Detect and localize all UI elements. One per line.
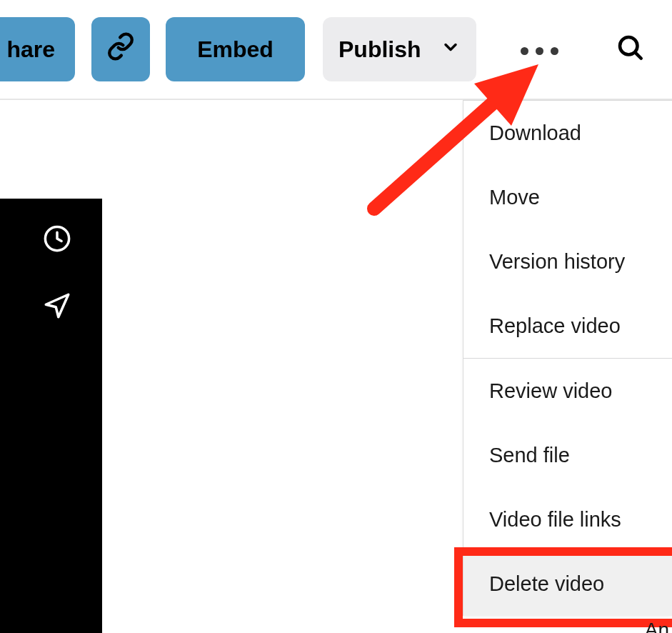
embed-button[interactable]: Embed — [166, 17, 305, 81]
menu-item-video-file-links[interactable]: Video file links — [463, 487, 672, 552]
menu-group-1: Download Move Version history Replace vi… — [463, 101, 672, 359]
menu-item-delete-video[interactable]: Delete video — [463, 552, 672, 616]
publish-label: Publish — [338, 36, 421, 63]
menu-item-label: Delete video — [489, 572, 604, 596]
more-icon — [521, 47, 558, 55]
menu-item-label: Move — [489, 186, 540, 209]
menu-group-2: Review video Send file Video file links … — [463, 359, 672, 616]
svg-marker-3 — [46, 294, 69, 317]
svg-line-1 — [635, 52, 641, 58]
link-icon — [106, 32, 135, 66]
menu-item-move[interactable]: Move — [463, 165, 672, 229]
menu-item-label: Review video — [489, 379, 612, 403]
toolbar: hare Embed Publish — [0, 0, 672, 100]
more-options-menu: Download Move Version history Replace vi… — [463, 100, 672, 616]
menu-item-send-file[interactable]: Send file — [463, 423, 672, 487]
embed-label: Embed — [197, 36, 274, 63]
share-label: hare — [6, 36, 55, 63]
search-button[interactable] — [608, 27, 651, 70]
menu-item-version-history[interactable]: Version history — [463, 229, 672, 294]
video-panel — [0, 199, 102, 633]
menu-item-label: Send file — [489, 444, 570, 467]
menu-item-review-video[interactable]: Review video — [463, 359, 672, 423]
send-icon[interactable] — [40, 289, 74, 323]
publish-button[interactable]: Publish — [323, 17, 476, 81]
menu-item-label: Download — [489, 121, 581, 145]
search-icon — [615, 32, 645, 65]
link-button[interactable] — [91, 17, 150, 81]
cutoff-text: An — [645, 619, 669, 633]
menu-item-label: Version history — [489, 250, 625, 274]
more-options-button[interactable] — [507, 31, 571, 71]
menu-item-label: Video file links — [489, 508, 621, 532]
menu-item-download[interactable]: Download — [463, 101, 672, 165]
menu-item-label: Replace video — [489, 314, 621, 338]
history-icon[interactable] — [40, 221, 74, 256]
menu-item-replace-video[interactable]: Replace video — [463, 294, 672, 358]
chevron-down-icon — [441, 36, 461, 63]
share-button[interactable]: hare — [0, 17, 75, 81]
